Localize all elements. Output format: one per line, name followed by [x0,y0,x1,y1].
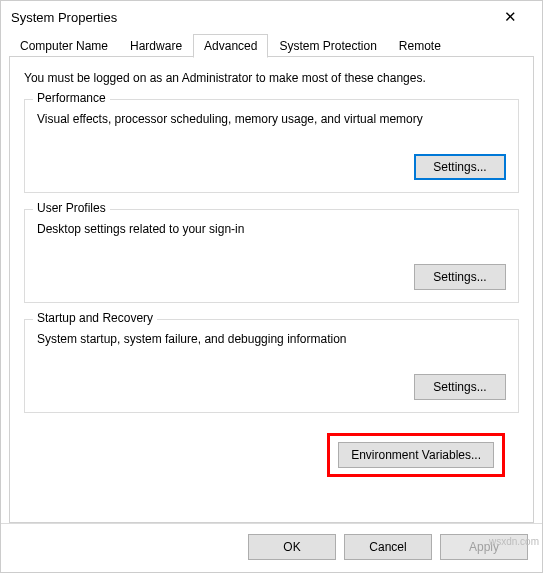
performance-desc: Visual effects, processor scheduling, me… [37,112,506,126]
tab-advanced[interactable]: Advanced [193,34,268,58]
tab-hardware[interactable]: Hardware [119,34,193,57]
close-button[interactable]: ✕ [490,3,530,31]
startup-recovery-group: Startup and Recovery System startup, sys… [24,319,519,413]
advanced-tab-panel: You must be logged on as an Administrato… [9,56,534,523]
startup-recovery-settings-button[interactable]: Settings... [414,374,506,400]
tab-system-protection[interactable]: System Protection [268,34,387,57]
apply-button[interactable]: Apply [440,534,528,560]
system-properties-window: System Properties ✕ Computer Name Hardwa… [0,0,543,573]
user-profiles-settings-button[interactable]: Settings... [414,264,506,290]
environment-variables-row: Environment Variables... [24,429,519,487]
tab-remote[interactable]: Remote [388,34,452,57]
window-title: System Properties [11,10,117,25]
startup-recovery-desc: System startup, system failure, and debu… [37,332,506,346]
tab-strip: Computer Name Hardware Advanced System P… [9,34,534,57]
admin-intro-text: You must be logged on as an Administrato… [24,71,519,85]
user-profiles-desc: Desktop settings related to your sign-in [37,222,506,236]
user-profiles-legend: User Profiles [33,201,110,215]
dialog-footer: OK Cancel Apply [1,523,542,572]
performance-settings-button[interactable]: Settings... [414,154,506,180]
tab-computer-name[interactable]: Computer Name [9,34,119,57]
ok-button[interactable]: OK [248,534,336,560]
startup-recovery-legend: Startup and Recovery [33,311,157,325]
environment-variables-button[interactable]: Environment Variables... [338,442,494,468]
cancel-button[interactable]: Cancel [344,534,432,560]
close-icon: ✕ [504,8,517,26]
user-profiles-button-row: Settings... [37,264,506,290]
content-area: Computer Name Hardware Advanced System P… [1,33,542,523]
user-profiles-group: User Profiles Desktop settings related t… [24,209,519,303]
performance-group: Performance Visual effects, processor sc… [24,99,519,193]
highlight-annotation: Environment Variables... [327,433,505,477]
titlebar: System Properties ✕ [1,1,542,33]
startup-recovery-button-row: Settings... [37,374,506,400]
performance-legend: Performance [33,91,110,105]
performance-button-row: Settings... [37,154,506,180]
